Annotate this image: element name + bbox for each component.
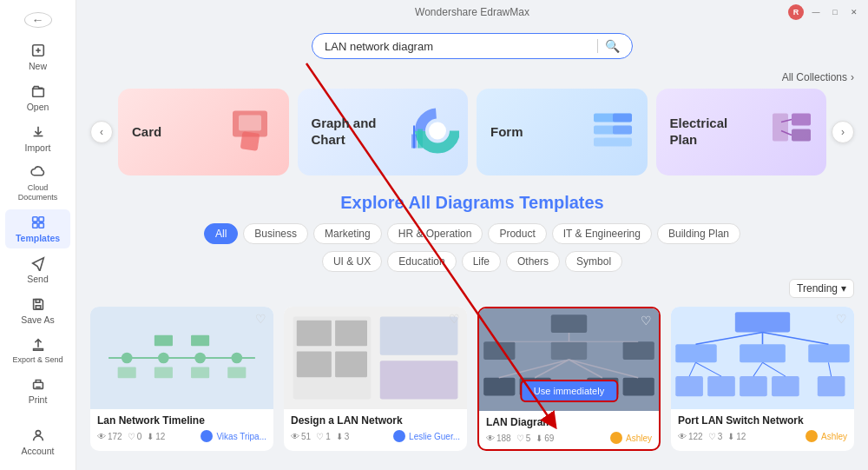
- svg-rect-25: [613, 126, 632, 135]
- close-button[interactable]: ✕: [847, 5, 861, 19]
- sidebar-label-new: New: [29, 61, 47, 71]
- filter-tag-symbol[interactable]: Symbol: [565, 251, 622, 272]
- sidebar: ← New Open Import Cloud Documents Templa…: [0, 0, 76, 470]
- electrical-icon: [766, 107, 818, 158]
- sidebar-label-import: Import: [25, 142, 51, 153]
- sidebar-item-new[interactable]: New: [5, 37, 70, 76]
- svg-rect-14: [240, 131, 260, 151]
- template-card-t2[interactable]: ♡ Use immediately Design a LAN Network 👁…: [284, 307, 467, 451]
- filter-row-2: UI & UX Education Life Others Symbol: [90, 251, 854, 272]
- sidebar-label-account: Account: [22, 446, 55, 456]
- author-t3: Ashley: [610, 432, 652, 444]
- template-name-t3: LAN Diagram: [486, 416, 652, 428]
- svg-rect-13: [239, 116, 261, 131]
- sidebar-item-print[interactable]: Print: [5, 371, 70, 410]
- minimize-button[interactable]: —: [809, 5, 823, 19]
- template-meta-t3: 👁 188 ♡ 5 ⬇ 69 Ashley: [486, 432, 652, 444]
- cat-prev-button[interactable]: ‹: [90, 121, 113, 143]
- sidebar-item-options[interactable]: Options: [5, 462, 70, 470]
- filter-tag-building[interactable]: Building Plan: [657, 223, 740, 244]
- svg-rect-55: [623, 341, 654, 360]
- filter-tag-life[interactable]: Life: [462, 251, 501, 272]
- filter-tag-it[interactable]: IT & Engineering: [552, 223, 652, 244]
- sidebar-item-import[interactable]: Import: [5, 119, 70, 158]
- svg-rect-5: [32, 222, 36, 227]
- template-grid: ♡ Use immediately Lan Network Timeline 👁…: [90, 307, 854, 451]
- template-card-t1[interactable]: ♡ Use immediately Lan Network Timeline 👁…: [90, 307, 273, 451]
- filter-tag-ui[interactable]: UI & UX: [322, 251, 382, 272]
- use-immediately-button-t4[interactable]: Use immediately: [717, 369, 808, 388]
- sidebar-label-export: Export & Send: [12, 355, 62, 365]
- filter-tag-marketing[interactable]: Marketing: [313, 223, 382, 244]
- sidebar-item-templates[interactable]: Templates: [5, 209, 70, 248]
- template-card-t3[interactable]: ♡ Use immediately LAN Diagram 👁 188 ♡ 5 …: [477, 307, 661, 451]
- main-content: Wondershare EdrawMax R — □ ✕ 🔍 All Colle…: [76, 0, 868, 470]
- svg-rect-52: [551, 314, 587, 333]
- svg-rect-8: [36, 299, 40, 302]
- svg-rect-20: [418, 129, 423, 149]
- collections-header[interactable]: All Collections ›: [90, 71, 854, 83]
- category-cards: Card Graph andChart: [113, 89, 832, 175]
- sidebar-item-save-as[interactable]: Save As: [5, 291, 70, 330]
- titlebar: Wondershare EdrawMax R — □ ✕: [76, 0, 868, 24]
- search-input[interactable]: [325, 40, 590, 53]
- explore-prefix: Explore: [340, 193, 408, 212]
- use-immediately-button-t3[interactable]: Use immediately: [520, 380, 618, 402]
- category-card-card[interactable]: Card: [118, 89, 289, 175]
- use-immediately-button-t2[interactable]: Use immediately: [330, 369, 421, 388]
- card-icon: [228, 107, 280, 158]
- search-divider: [597, 39, 598, 53]
- category-card-electrical-title: ElectricalPlan: [670, 116, 728, 149]
- view-count-t3: 👁 188: [486, 434, 511, 443]
- svg-rect-54: [551, 341, 587, 360]
- category-row: ‹ Card Graph andChart: [90, 89, 854, 175]
- sidebar-item-open[interactable]: Open: [5, 78, 70, 117]
- filter-tag-product[interactable]: Product: [488, 223, 546, 244]
- use-immediately-button-t1[interactable]: Use immediately: [136, 369, 227, 388]
- svg-rect-4: [38, 216, 43, 221]
- filter-row: All Business Marketing HR & Operation Pr…: [90, 223, 854, 244]
- template-card-t4[interactable]: ♡ Use immediately Port LAN Switch Networ…: [671, 307, 854, 451]
- filter-tag-business[interactable]: Business: [243, 223, 308, 244]
- sidebar-item-cloud[interactable]: Cloud Documents: [5, 160, 70, 208]
- sidebar-item-send[interactable]: Send: [5, 250, 70, 289]
- svg-rect-27: [792, 129, 811, 142]
- app-title: Wondershare EdrawMax: [415, 6, 529, 18]
- cat-next-button[interactable]: ›: [832, 121, 854, 143]
- sidebar-label-send: Send: [27, 274, 49, 284]
- collections-label: All Collections: [782, 71, 847, 83]
- sort-select[interactable]: Trending ▾: [789, 279, 854, 298]
- category-card-form[interactable]: Form: [477, 89, 648, 175]
- download-count-t3: ⬇ 69: [536, 434, 554, 443]
- maximize-button[interactable]: □: [828, 5, 842, 19]
- svg-point-17: [429, 122, 446, 140]
- filter-tag-others[interactable]: Others: [506, 251, 560, 272]
- filter-tag-all[interactable]: All: [204, 223, 238, 244]
- category-card-graph[interactable]: Graph andChart: [298, 89, 469, 175]
- svg-rect-56: [483, 378, 515, 396]
- svg-rect-19: [411, 135, 417, 149]
- sidebar-item-account[interactable]: Account: [5, 422, 70, 461]
- svg-rect-23: [594, 138, 632, 147]
- category-card-form-title: Form: [490, 124, 523, 141]
- category-card-electrical[interactable]: ElectricalPlan: [656, 89, 827, 175]
- filter-tag-hr[interactable]: HR & Operation: [387, 223, 483, 244]
- sidebar-item-export[interactable]: Export & Send: [5, 332, 70, 370]
- search-section: 🔍: [90, 33, 854, 59]
- filter-tag-education[interactable]: Education: [387, 251, 456, 272]
- svg-rect-6: [38, 222, 43, 227]
- sidebar-bottom: Account Options: [0, 421, 76, 470]
- template-info-t3: LAN Diagram 👁 188 ♡ 5 ⬇ 69 Ashley: [479, 411, 659, 449]
- sidebar-label-print: Print: [29, 394, 48, 405]
- like-count-t3: ♡ 5: [516, 434, 531, 443]
- sidebar-label-open: Open: [27, 102, 49, 112]
- svg-point-10: [36, 431, 40, 435]
- svg-rect-3: [32, 216, 36, 221]
- back-button[interactable]: ←: [24, 12, 52, 28]
- use-btn-t3-wrap: Use immediately: [520, 380, 618, 402]
- search-bar: 🔍: [312, 33, 633, 59]
- category-card-graph-title: Graph andChart: [312, 116, 377, 149]
- form-icon: [587, 107, 639, 158]
- sort-row: Trending ▾: [90, 279, 854, 298]
- search-icon[interactable]: 🔍: [605, 39, 620, 53]
